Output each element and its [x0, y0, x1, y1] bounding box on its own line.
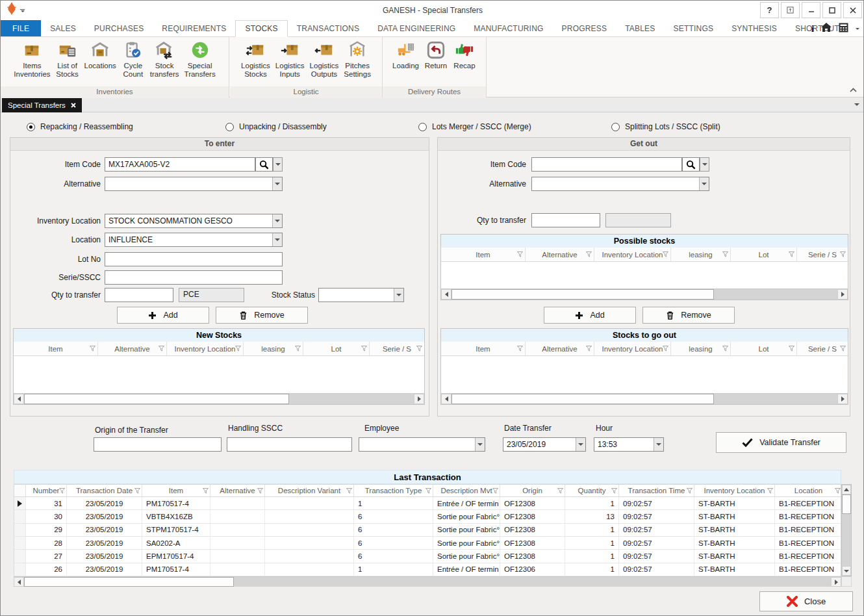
cell[interactable]: Sortie pour Fabric° — [433, 510, 500, 522]
filter-icon[interactable] — [557, 488, 563, 494]
cell[interactable]: OF12308 — [500, 550, 565, 562]
tab-manufacturing[interactable]: MANUFACTURING — [464, 20, 552, 36]
cell[interactable]: 09:02:57 — [619, 524, 694, 536]
filter-icon[interactable] — [835, 488, 841, 494]
ribbon-item-items-inventories[interactable]: Items Inventories — [11, 40, 53, 79]
remove-button[interactable]: Remove — [642, 307, 735, 324]
qty-to-transfer-input[interactable] — [105, 288, 173, 302]
item-search-button[interactable] — [682, 157, 700, 172]
dropdown-button[interactable] — [699, 177, 709, 190]
column-header[interactable]: Alternative — [98, 342, 167, 355]
scroll-track[interactable] — [842, 514, 851, 566]
filter-icon[interactable] — [663, 346, 668, 352]
tab-data-engineering[interactable]: DATA ENGINEERING — [368, 20, 464, 36]
cell[interactable] — [210, 510, 265, 522]
column-header[interactable]: Item — [142, 485, 210, 496]
cell[interactable]: 28 — [26, 537, 67, 549]
radio-repacking[interactable]: Repacking / Reassembling — [27, 122, 133, 132]
remove-button[interactable]: Remove — [216, 307, 308, 324]
info-icon[interactable]: i — [811, 23, 814, 34]
scroll-track[interactable] — [451, 289, 837, 300]
serie-sscc-input[interactable] — [105, 270, 283, 285]
dropdown-button[interactable] — [475, 438, 485, 451]
filter-icon[interactable] — [257, 488, 263, 494]
column-header[interactable]: Transaction Type — [354, 485, 433, 496]
cell[interactable]: 09:02:57 — [619, 510, 694, 522]
cell[interactable]: 1 — [565, 550, 619, 562]
cell[interactable]: PM170517-4 — [142, 563, 210, 576]
ribbon-item-logistics-inputs[interactable]: Logistics Inputs — [273, 40, 307, 79]
item-search-button[interactable] — [255, 157, 273, 172]
close-button[interactable]: Close — [759, 591, 853, 611]
cell[interactable]: B1-RECEPTION — [775, 510, 842, 522]
scroll-thumb[interactable] — [451, 394, 714, 404]
column-header[interactable]: Inventory Location — [594, 342, 671, 355]
scroll-right-button[interactable] — [837, 394, 848, 404]
filter-icon[interactable] — [722, 346, 728, 352]
cell[interactable]: 23/05/2019 — [67, 497, 142, 509]
item-code-dropdown-button[interactable] — [273, 157, 283, 172]
column-header[interactable]: Alternative — [210, 485, 265, 496]
ribbon-item-cycle-count[interactable]: Cycle Count — [119, 40, 147, 79]
date-transfer-combo[interactable]: 23/05/2019 — [503, 437, 586, 452]
cell[interactable]: 27 — [26, 550, 67, 562]
column-header[interactable]: Lot — [731, 342, 797, 355]
horizontal-scrollbar[interactable] — [441, 289, 848, 300]
column-header[interactable]: Location — [775, 485, 841, 496]
filter-icon[interactable] — [492, 488, 498, 494]
calculator-dropdown-icon[interactable] — [856, 28, 859, 30]
cell[interactable] — [265, 537, 354, 549]
column-header[interactable]: Serie / S — [797, 248, 848, 261]
cell[interactable]: 6 — [354, 510, 433, 522]
grid-body[interactable] — [441, 262, 848, 289]
cell[interactable]: OF12308 — [500, 524, 565, 536]
filter-icon[interactable] — [840, 346, 846, 352]
scroll-track[interactable] — [24, 577, 831, 587]
filter-icon[interactable] — [789, 251, 794, 257]
cell[interactable] — [265, 524, 354, 536]
filter-icon[interactable] — [517, 346, 523, 352]
tab-stocks[interactable]: STOCKS — [235, 20, 287, 37]
filter-icon[interactable] — [687, 488, 692, 494]
cell[interactable]: STPM170517-4 — [142, 524, 210, 536]
scroll-thumb[interactable] — [842, 494, 851, 514]
ribbon-item-locations[interactable]: Locations — [82, 40, 119, 70]
column-header[interactable]: Transaction Date — [67, 485, 142, 496]
table-row[interactable]: 3123/05/2019PM170517-41Entrée / OF termi… — [14, 497, 841, 510]
cell[interactable]: SA0202-A — [142, 537, 210, 549]
filter-icon[interactable] — [134, 488, 140, 494]
filter-icon[interactable] — [722, 251, 728, 257]
validate-transfer-button[interactable]: Validate Transfer — [716, 432, 846, 453]
scroll-thumb[interactable] — [24, 577, 234, 587]
scroll-left-button[interactable] — [441, 394, 451, 404]
column-header[interactable]: leasing — [671, 342, 731, 355]
ribbon-item-return[interactable]: Return — [422, 40, 450, 70]
cell[interactable]: 23/05/2019 — [67, 524, 142, 536]
item-code-input[interactable] — [105, 157, 255, 172]
cell[interactable]: ST-BARTH — [694, 550, 775, 562]
scroll-right-button[interactable] — [831, 577, 841, 587]
radio-unpacking[interactable]: Unpacking / Disassembly — [225, 122, 327, 132]
cell[interactable]: EPM170517-4 — [142, 550, 210, 562]
column-header[interactable]: Inventory Location — [594, 248, 671, 261]
filter-icon[interactable] — [90, 346, 95, 352]
quick-access-toolbar[interactable] — [1, 3, 25, 18]
scroll-track[interactable] — [451, 394, 837, 404]
tab-purchases[interactable]: PURCHASES — [85, 20, 153, 36]
scroll-left-button[interactable] — [14, 394, 24, 404]
maximize-button[interactable] — [822, 2, 841, 18]
column-header[interactable]: Serie / S — [797, 342, 848, 355]
cell[interactable]: 23/05/2019 — [67, 550, 142, 562]
column-header[interactable]: leasing — [244, 342, 303, 355]
ribbon-item-list-of-stocks[interactable]: List of Stocks — [53, 40, 82, 79]
table-row[interactable]: 3023/05/2019VBTB4X16ZB6Sortie pour Fabri… — [14, 510, 841, 523]
filter-icon[interactable] — [517, 251, 523, 257]
filter-icon[interactable] — [203, 488, 209, 494]
home-icon[interactable] — [821, 23, 832, 34]
calculator-icon[interactable] — [839, 23, 848, 35]
cell[interactable]: 09:02:57 — [619, 563, 694, 576]
filter-icon[interactable] — [295, 346, 301, 352]
cell[interactable]: 26 — [26, 563, 67, 576]
cell[interactable]: OF12308 — [500, 510, 565, 522]
column-header[interactable]: Inventory Location — [694, 485, 775, 496]
